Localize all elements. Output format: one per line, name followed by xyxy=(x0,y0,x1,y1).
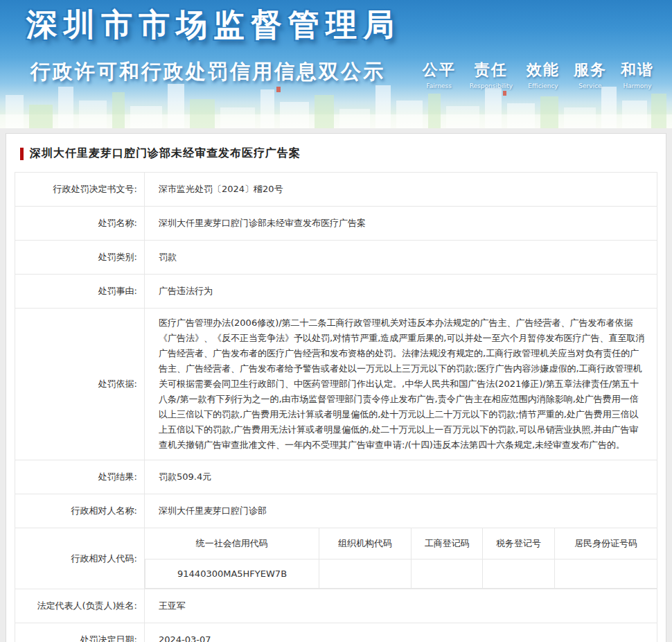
city-skyline-graphic xyxy=(0,74,672,128)
row-value-codes: 统一社会信用代码 组织机构代码 工商登记码 税务登记号 居民身份证号码 9144… xyxy=(145,528,657,589)
row-value: 深圳大仟里麦芽口腔门诊部 xyxy=(145,494,657,528)
content-panel: 深圳大仟里麦芽口腔门诊部未经审查发布医疗广告案 行政处罚决定书文号: 深市监光处… xyxy=(6,133,666,642)
row-label: 处罚类别: xyxy=(15,241,145,275)
row-value: 罚款509.4元 xyxy=(145,460,657,494)
site-header: 深圳市市场监督管理局 行政许可和行政处罚信用信息双公示 公平 Fairness … xyxy=(0,0,672,128)
table-row: 处罚决定日期: 2024-03-07 xyxy=(15,623,657,642)
row-value: 王亚军 xyxy=(145,589,657,623)
row-label: 行政处罚决定书文号: xyxy=(15,173,145,207)
row-label: 处罚事由: xyxy=(15,275,145,309)
table-row: 法定代表人(负责人)姓名: 王亚军 xyxy=(15,589,657,623)
code-value-id xyxy=(554,559,657,589)
code-value-business xyxy=(412,559,483,589)
row-value: 医疗广告管理办法(2006修改)/第二十二条工商行政管理机关对违反本办法规定的广… xyxy=(145,309,657,460)
site-title: 深圳市市场监督管理局 xyxy=(26,4,400,46)
row-label: 行政相对人代码: xyxy=(15,528,145,589)
table-row: 处罚依据: 医疗广告管理办法(2006修改)/第二十二条工商行政管理机关对违反本… xyxy=(15,309,657,460)
code-header: 居民身份证号码 xyxy=(554,528,657,559)
row-label: 法定代表人(负责人)姓名: xyxy=(15,589,145,623)
table-row: 处罚名称: 深圳大仟里麦芽口腔门诊部未经审查发布医疗广告案 xyxy=(15,207,657,241)
table-row: 处罚类别: 罚款 xyxy=(15,241,657,275)
code-header: 税务登记号 xyxy=(483,528,554,559)
row-value: 广告违法行为 xyxy=(145,275,657,309)
row-label: 处罚决定日期: xyxy=(15,623,145,642)
title-accent-bar xyxy=(20,148,24,160)
row-label: 处罚结果: xyxy=(15,460,145,494)
party-code-table: 统一社会信用代码 组织机构代码 工商登记码 税务登记号 居民身份证号码 9144… xyxy=(145,528,657,589)
table-row: 行政处罚决定书文号: 深市监光处罚〔2024〕稽20号 xyxy=(15,173,657,207)
penalty-info-table: 行政处罚决定书文号: 深市监光处罚〔2024〕稽20号 处罚名称: 深圳大仟里麦… xyxy=(15,172,657,642)
page-title-row: 深圳大仟里麦芽口腔门诊部未经审查发布医疗广告案 xyxy=(15,146,657,161)
row-value: 深市监光处罚〔2024〕稽20号 xyxy=(145,173,657,207)
code-value-tax xyxy=(483,559,554,589)
code-header: 组织机构代码 xyxy=(319,528,412,559)
table-row: 处罚结果: 罚款509.4元 xyxy=(15,460,657,494)
row-value: 深圳大仟里麦芽口腔门诊部未经审查发布医疗广告案 xyxy=(145,207,657,241)
table-row: 行政相对人名称: 深圳大仟里麦芽口腔门诊部 xyxy=(15,494,657,528)
table-row-codes: 行政相对人代码: 统一社会信用代码 组织机构代码 工商登记码 税务登记号 居民身… xyxy=(15,528,657,589)
row-label: 行政相对人名称: xyxy=(15,494,145,528)
row-label: 处罚依据: xyxy=(15,309,145,460)
table-row: 处罚事由: 广告违法行为 xyxy=(15,275,657,309)
row-value: 罚款 xyxy=(145,241,657,275)
code-header: 工商登记码 xyxy=(412,528,483,559)
code-header: 统一社会信用代码 xyxy=(145,528,319,559)
code-value-row: 91440300MA5HFYEW7B xyxy=(145,559,657,589)
row-value: 2024-03-07 xyxy=(145,623,657,642)
page-title: 深圳大仟里麦芽口腔门诊部未经审查发布医疗广告案 xyxy=(30,146,301,161)
row-label: 处罚名称: xyxy=(15,207,145,241)
code-value-credit: 91440300MA5HFYEW7B xyxy=(145,559,319,589)
code-header-row: 统一社会信用代码 组织机构代码 工商登记码 税务登记号 居民身份证号码 xyxy=(145,528,657,559)
code-value-org xyxy=(319,559,412,589)
